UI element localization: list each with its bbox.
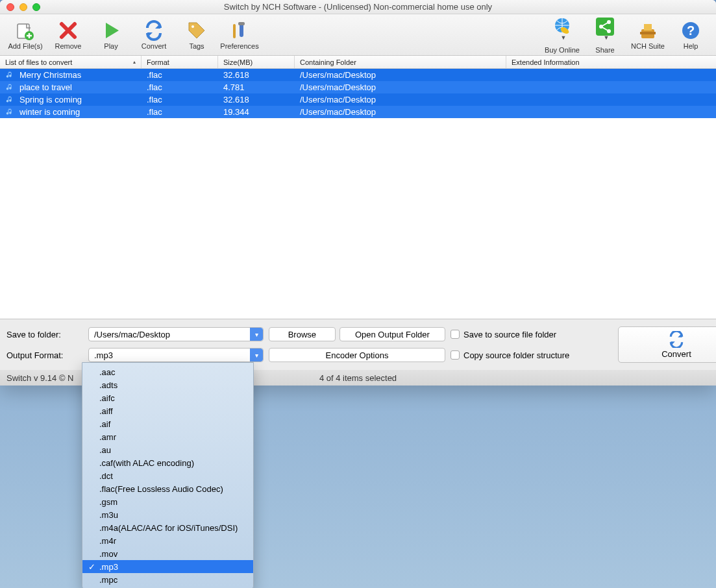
toolbar-help-button[interactable]: ?Help bbox=[669, 16, 712, 55]
toolbar-convert-button[interactable]: Convert bbox=[132, 16, 175, 55]
tags-icon bbox=[186, 20, 207, 41]
titlebar: Switch by NCH Software - (Unlicensed) No… bbox=[0, 0, 716, 14]
format-option[interactable]: .au bbox=[82, 443, 253, 456]
format-option[interactable]: .flac(Free Lossless Audio Codec) bbox=[82, 482, 253, 495]
format-option[interactable]: .caf(with ALAC encoding) bbox=[82, 456, 253, 469]
help-icon: ? bbox=[680, 20, 701, 41]
copy-source-structure-checkbox[interactable]: Copy source folder structure bbox=[451, 350, 613, 360]
format-option[interactable]: .aac bbox=[82, 365, 253, 378]
cell-name: place to travel bbox=[14, 82, 142, 92]
toolbar-nch-suite-button[interactable]: NCH Suite bbox=[626, 16, 669, 55]
cell-format: .flac bbox=[142, 82, 218, 92]
output-format-dropdown[interactable]: .aac.adts.aifc.aiff.aif.amr.au.caf(with … bbox=[82, 362, 254, 588]
cell-size: 4.781 bbox=[218, 82, 295, 92]
window-title: Switch by NCH Software - (Unlicensed) No… bbox=[0, 2, 716, 12]
svg-rect-3 bbox=[233, 24, 236, 38]
col-folder[interactable]: Containing Folder bbox=[295, 56, 506, 68]
toolbar-preferences-button[interactable]: Preferences bbox=[218, 16, 261, 55]
format-option[interactable]: .aiff bbox=[82, 404, 253, 417]
convert-icon bbox=[668, 331, 685, 348]
cell-folder: /Users/mac/Desktop bbox=[295, 82, 506, 92]
encoder-options-button[interactable]: Encoder Options bbox=[269, 348, 445, 362]
chevron-down-icon[interactable]: ▾ bbox=[250, 349, 263, 361]
app-window: Switch by NCH Software - (Unlicensed) No… bbox=[0, 0, 716, 386]
output-format-value: .mp3 bbox=[94, 350, 113, 360]
maximize-window-icon[interactable] bbox=[32, 3, 40, 11]
cell-size: 32.618 bbox=[218, 95, 295, 104]
save-to-value: /Users/mac/Desktop bbox=[94, 330, 170, 339]
format-option[interactable]: .mpc bbox=[82, 573, 253, 586]
col-name[interactable]: List of files to convert bbox=[0, 56, 142, 68]
col-format[interactable]: Format bbox=[142, 56, 218, 68]
format-option[interactable]: .m4r bbox=[82, 534, 253, 547]
toolbar-tags-button[interactable]: Tags bbox=[175, 16, 218, 55]
save-to-combo[interactable]: /Users/mac/Desktop ▾ bbox=[88, 327, 264, 341]
format-option[interactable]: .gsm bbox=[82, 495, 253, 508]
preferences-icon bbox=[229, 20, 250, 41]
toolbar-remove-button[interactable]: Remove bbox=[47, 16, 90, 55]
toolbar-buy-online-button[interactable]: ▼Buy Online bbox=[541, 16, 584, 55]
output-format-label: Output Format: bbox=[5, 350, 83, 360]
format-option[interactable]: .mov bbox=[82, 547, 253, 560]
save-to-source-checkbox[interactable]: Save to source file folder bbox=[451, 330, 613, 339]
file-list[interactable]: Merry Christmas.flac32.618/Users/mac/Des… bbox=[0, 69, 716, 319]
svg-rect-5 bbox=[238, 22, 245, 25]
table-row[interactable]: Merry Christmas.flac32.618/Users/mac/Des… bbox=[0, 69, 716, 81]
cell-name: winter is coming bbox=[14, 107, 142, 117]
toolbar-add-files-button[interactable]: Add File(s) bbox=[4, 16, 47, 55]
browse-button[interactable]: Browse bbox=[269, 327, 336, 341]
cell-format: .flac bbox=[142, 95, 218, 104]
cell-size: 19.344 bbox=[218, 107, 295, 117]
chevron-down-icon[interactable]: ▾ bbox=[250, 328, 263, 341]
cell-format: .flac bbox=[142, 107, 218, 117]
music-note-icon bbox=[5, 83, 14, 92]
format-option[interactable]: .mp3 bbox=[82, 560, 253, 573]
music-note-icon bbox=[5, 95, 14, 104]
format-option[interactable]: .dct bbox=[82, 469, 253, 482]
music-note-icon bbox=[5, 71, 14, 80]
format-option[interactable]: .aifc bbox=[82, 391, 253, 404]
format-option[interactable]: .m4a(ALAC/AAC for iOS/iTunes/DSI) bbox=[82, 521, 253, 534]
convert-icon bbox=[143, 20, 164, 41]
nch-suite-icon bbox=[637, 20, 658, 41]
svg-rect-14 bbox=[640, 32, 656, 34]
remove-icon bbox=[58, 20, 79, 41]
open-output-folder-button[interactable]: Open Output Folder bbox=[339, 327, 445, 341]
format-option[interactable]: .m3u bbox=[82, 508, 253, 521]
table-row[interactable]: place to travel.flac4.781/Users/mac/Desk… bbox=[0, 81, 716, 93]
cell-folder: /Users/mac/Desktop bbox=[295, 95, 506, 104]
add-files-icon bbox=[15, 20, 36, 41]
music-note-icon bbox=[5, 108, 14, 117]
format-option[interactable]: .amr bbox=[82, 430, 253, 443]
format-option[interactable]: .aif bbox=[82, 417, 253, 430]
format-option[interactable]: .adts bbox=[82, 378, 253, 391]
toolbar-play-button[interactable]: Play bbox=[90, 16, 132, 55]
play-icon bbox=[101, 20, 121, 41]
cell-format: .flac bbox=[142, 70, 218, 80]
toolbar: Add File(s)RemovePlayConvertTagsPreferen… bbox=[0, 14, 716, 56]
close-window-icon[interactable] bbox=[6, 3, 14, 11]
save-to-label: Save to folder: bbox=[5, 330, 83, 339]
convert-button[interactable]: Convert bbox=[618, 326, 716, 363]
toolbar-share-button[interactable]: ▼Share bbox=[584, 16, 626, 55]
output-format-combo[interactable]: .mp3 ▾ bbox=[88, 348, 264, 362]
col-ext[interactable]: Extended Information bbox=[506, 56, 613, 68]
cell-size: 32.618 bbox=[218, 70, 295, 80]
cell-folder: /Users/mac/Desktop bbox=[295, 107, 506, 117]
column-headers: List of files to convert Format Size(MB)… bbox=[0, 56, 716, 69]
cell-name: Merry Christmas bbox=[14, 70, 142, 80]
svg-point-2 bbox=[191, 25, 194, 28]
table-row[interactable]: Spring is coming.flac32.618/Users/mac/De… bbox=[0, 93, 716, 106]
table-row[interactable]: winter is coming.flac19.344/Users/mac/De… bbox=[0, 106, 716, 118]
svg-text:?: ? bbox=[687, 23, 695, 38]
svg-rect-13 bbox=[644, 24, 652, 31]
minimize-window-icon[interactable] bbox=[19, 3, 27, 11]
cell-folder: /Users/mac/Desktop bbox=[295, 70, 506, 80]
svg-rect-8 bbox=[596, 18, 614, 36]
col-size[interactable]: Size(MB) bbox=[218, 56, 295, 68]
cell-name: Spring is coming bbox=[14, 95, 142, 104]
